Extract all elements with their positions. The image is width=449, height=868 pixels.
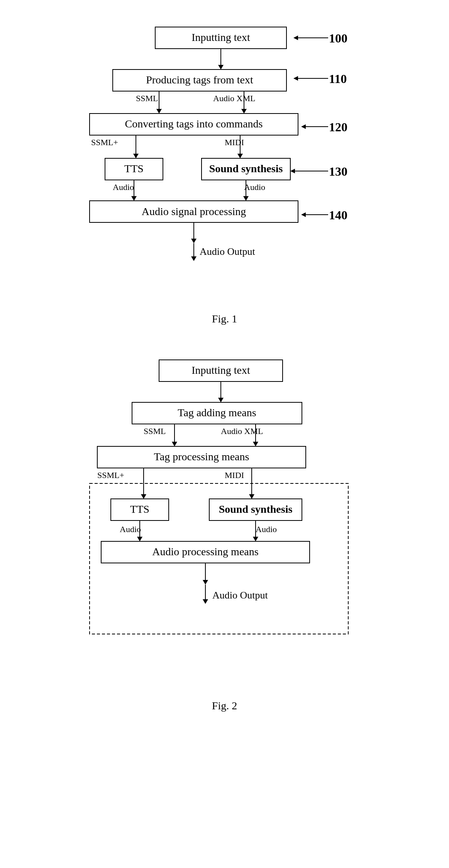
producing-tags-label: Producing tags from text: [146, 74, 253, 86]
fig1-caption: Fig. 1: [212, 313, 237, 325]
audio-label-2: Audio: [244, 182, 265, 192]
fig2-sound-synthesis-label: Sound synthesis: [219, 503, 292, 515]
ssml-label-1: SSML: [136, 93, 158, 103]
converting-tags-label: Converting tags into commands: [125, 118, 263, 130]
svg-marker-39: [172, 442, 177, 446]
ref-120: 120: [329, 120, 347, 134]
audio-output-label-1: Audio Output: [200, 246, 256, 257]
svg-marker-9: [156, 109, 162, 114]
svg-marker-18: [237, 154, 243, 158]
svg-marker-41: [253, 442, 258, 446]
svg-marker-53: [253, 537, 258, 541]
fig2-inputting-text-label: Inputting text: [191, 364, 250, 376]
sound-synthesis-label-1: Sound synthesis: [209, 163, 283, 175]
fig2-midi-label: MIDI: [225, 470, 244, 480]
ref-140: 140: [329, 208, 347, 222]
svg-marker-47: [249, 494, 254, 499]
figure-1-container: 100 Inputting text 110 Producing tags fr…: [23, 15, 426, 325]
inputting-text-label: Inputting text: [191, 31, 250, 43]
audio-processing-means-label: Audio processing means: [152, 546, 258, 558]
svg-marker-6: [293, 76, 298, 81]
svg-marker-36: [218, 398, 224, 402]
svg-marker-33: [191, 256, 197, 261]
svg-marker-11: [241, 109, 247, 114]
audio-signal-label: Audio signal processing: [141, 205, 246, 217]
audio-xml-label-1: Audio XML: [213, 93, 255, 103]
tts-label-1: TTS: [124, 163, 144, 175]
svg-marker-58: [203, 599, 208, 604]
fig2-audio-xml-label: Audio XML: [221, 426, 263, 436]
svg-marker-24: [131, 196, 137, 201]
svg-marker-1: [293, 36, 298, 40]
fig2-audio-label-2: Audio: [256, 524, 277, 534]
svg-marker-45: [141, 494, 146, 499]
tag-processing-label: Tag processing means: [154, 451, 249, 463]
ref-100: 100: [329, 31, 347, 45]
fig2-ssml-plus-label: SSML+: [97, 470, 124, 480]
ref-130: 130: [329, 164, 347, 178]
fig2-tts-label: TTS: [130, 503, 149, 515]
svg-marker-51: [137, 537, 142, 541]
figure-1-diagram: 100 Inputting text 110 Producing tags fr…: [51, 15, 398, 309]
tag-adding-label: Tag adding means: [178, 407, 256, 419]
svg-marker-4: [218, 65, 224, 70]
figure-2-container: Inputting text Tag adding means SSML Aud…: [23, 348, 426, 712]
figure-2-diagram: Inputting text Tag adding means SSML Aud…: [51, 348, 398, 696]
fig2-caption: Fig. 2: [212, 700, 237, 712]
svg-marker-16: [133, 154, 139, 158]
fig2-ssml-label: SSML: [144, 426, 166, 436]
ssml-plus-label: SSML+: [91, 137, 118, 147]
fig2-audio-output-label: Audio Output: [212, 590, 268, 601]
svg-marker-26: [243, 196, 249, 201]
svg-marker-56: [203, 580, 208, 585]
midi-label: MIDI: [225, 137, 244, 147]
svg-marker-13: [301, 124, 306, 129]
fig2-audio-label-1: Audio: [120, 524, 141, 534]
audio-label-1: Audio: [113, 182, 134, 192]
svg-marker-31: [191, 239, 197, 243]
svg-marker-20: [290, 169, 295, 173]
svg-marker-28: [301, 212, 306, 217]
ref-110: 110: [329, 72, 347, 86]
